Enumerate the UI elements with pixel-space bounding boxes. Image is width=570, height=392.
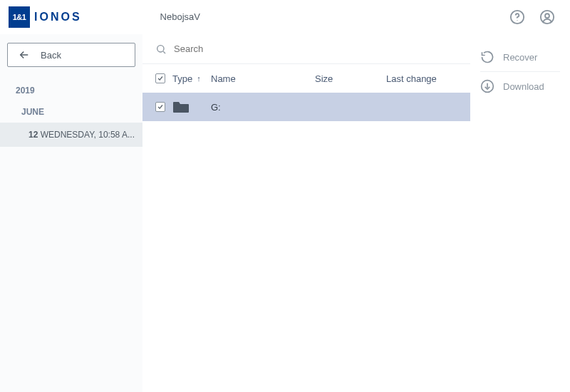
sort-asc-icon: ↑ — [197, 74, 201, 83]
search-icon — [155, 43, 167, 55]
table-row[interactable]: G: — [142, 93, 470, 121]
row-name: G: — [208, 102, 315, 113]
svg-point-4 — [157, 45, 164, 51]
back-label: Back — [41, 50, 61, 61]
help-icon[interactable] — [509, 9, 526, 26]
tree-backup-item[interactable]: 12 WEDNESDAY, 10:58 A... — [0, 123, 142, 147]
date-tree: 2019 JUNE 12 WEDNESDAY, 10:58 A... — [7, 81, 135, 147]
content: Type ↑ Name Size Last change G: — [142, 34, 470, 392]
brand-logo: 1&1 IONOS — [9, 6, 82, 28]
search-bar[interactable] — [142, 34, 470, 64]
download-label: Download — [503, 81, 544, 92]
table-header: Type ↑ Name Size Last change — [142, 64, 470, 93]
download-button[interactable]: Download — [480, 72, 560, 100]
recover-button[interactable]: Recover — [480, 43, 560, 72]
tree-year[interactable]: 2019 — [7, 81, 135, 100]
sidebar: Back 2019 JUNE 12 WEDNESDAY, 10:58 A... — [0, 34, 142, 392]
svg-point-1 — [517, 20, 517, 21]
svg-point-2 — [541, 10, 554, 23]
column-size[interactable]: Size — [315, 73, 386, 84]
recover-label: Recover — [503, 52, 537, 63]
main: Back 2019 JUNE 12 WEDNESDAY, 10:58 A... — [0, 34, 570, 392]
tree-item-rest: WEDNESDAY, 10:58 A... — [38, 130, 135, 140]
svg-point-3 — [545, 14, 549, 18]
account-icon[interactable] — [539, 9, 556, 26]
header: 1&1 IONOS NebojsaV — [0, 0, 570, 34]
search-input[interactable] — [174, 43, 457, 54]
actions-panel: Recover Download — [470, 34, 570, 392]
row-checkbox[interactable] — [155, 102, 165, 112]
brand-text: IONOS — [34, 11, 82, 24]
arrow-left-icon — [18, 48, 31, 61]
tree-month[interactable]: JUNE — [7, 100, 135, 123]
brand-badge: 1&1 — [9, 6, 30, 28]
download-icon — [480, 79, 494, 93]
column-last-change[interactable]: Last change — [386, 73, 457, 84]
tree-item-day: 12 — [28, 130, 38, 140]
recover-icon — [480, 50, 494, 64]
folder-icon — [172, 100, 190, 114]
page-title: NebojsaV — [160, 11, 200, 22]
select-all-checkbox[interactable] — [155, 73, 165, 83]
column-name[interactable]: Name — [208, 73, 315, 84]
column-type-label: Type — [172, 73, 192, 84]
column-type[interactable]: Type ↑ — [172, 73, 208, 84]
back-button[interactable]: Back — [7, 43, 135, 67]
